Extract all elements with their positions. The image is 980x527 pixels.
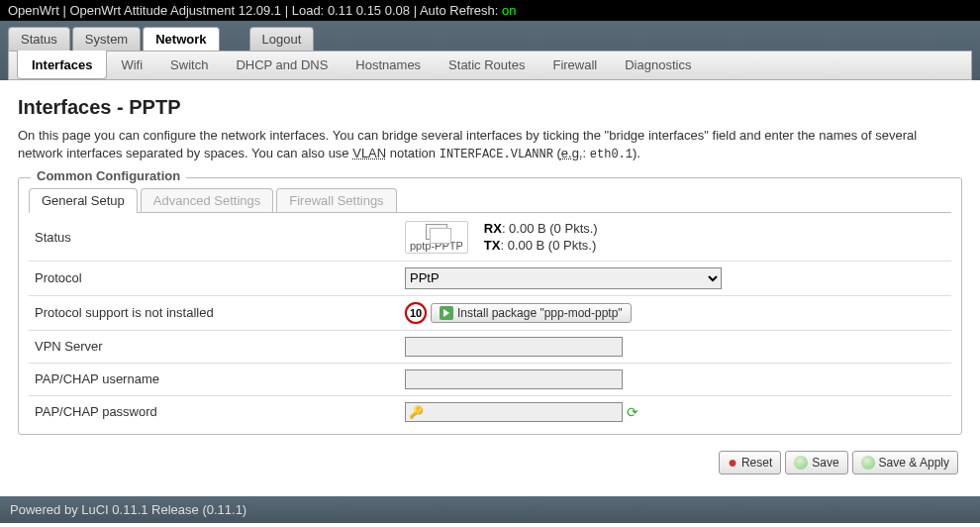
username-input[interactable] [405,369,623,389]
fieldset-legend: Common Configuration [31,168,186,183]
save-icon [794,456,808,470]
protocol-select[interactable]: PPtP [405,267,722,289]
common-configuration: Common Configuration General Setup Advan… [18,177,962,435]
tab-logout[interactable]: Logout [249,27,315,51]
subtab-interfaces[interactable]: Interfaces [17,51,107,79]
reveal-password-icon[interactable]: ⟳ [627,404,638,420]
firmware-version: OpenWrt Attitude Adjustment 12.09.1 [69,3,281,18]
username-label: PAP/CHAP username [29,371,405,386]
protocol-missing-label: Protocol support is not installed [29,305,405,320]
protocol-label: Protocol [29,270,405,285]
sub-nav: Interfaces Wifi Switch DHCP and DNS Host… [8,51,972,80]
row-status: Status pptp-PPTP RX: 0.00 B (0 Pkts.) TX… [29,215,951,262]
action-buttons: ● Reset Save Save & Apply [18,445,962,486]
hostname: OpenWrt [8,3,59,18]
save-apply-icon [861,456,875,470]
save-apply-button[interactable]: Save & Apply [852,451,958,474]
row-protocol: Protocol PPtP [29,262,951,296]
config-tabs: General Setup Advanced Settings Firewall… [29,188,951,213]
page-title: Interfaces - PPTP [18,96,962,119]
interface-box: pptp-PPTP [405,221,468,254]
autorefresh-state[interactable]: on [502,3,516,18]
row-username: PAP/CHAP username [29,364,951,396]
row-protocol-missing: Protocol support is not installed 10 Ins… [29,296,951,331]
config-tab-general[interactable]: General Setup [29,188,138,212]
status-label: Status [29,230,405,245]
play-icon [440,306,453,320]
reset-button[interactable]: ● Reset [719,451,781,474]
subtab-diagnostics[interactable]: Diagnostics [611,52,705,79]
subtab-static-routes[interactable]: Static Routes [435,52,539,79]
tab-status[interactable]: Status [8,27,70,51]
tab-system[interactable]: System [72,27,141,51]
subtab-switch[interactable]: Switch [156,52,222,79]
vpn-server-input[interactable] [405,337,623,357]
step-badge-10: 10 [405,302,427,324]
reset-icon: ● [728,454,737,472]
interface-icon [426,224,447,240]
save-button[interactable]: Save [785,451,847,474]
subtab-dhcp[interactable]: DHCP and DNS [222,52,342,79]
config-tab-advanced[interactable]: Advanced Settings [141,188,273,212]
row-password: PAP/CHAP password 🔑 ⟳ [29,396,951,428]
main-content: Interfaces - PPTP On this page you can c… [0,80,980,496]
password-input[interactable] [405,402,623,422]
row-vpn-server: VPN Server [29,331,951,364]
vpn-server-label: VPN Server [29,339,405,354]
autorefresh-label: Auto Refresh: [420,3,499,18]
tab-network[interactable]: Network [143,27,219,51]
load-label: Load: [292,3,325,18]
page-footer: Powered by LuCI 0.11.1 Release (0.11.1) [0,496,980,523]
load-values: 0.11 0.15 0.08 [328,3,410,18]
key-icon: 🔑 [409,405,425,419]
config-tab-firewall[interactable]: Firewall Settings [276,188,396,212]
subtab-hostnames[interactable]: Hostnames [342,52,435,79]
page-description: On this page you can configure the netwo… [18,127,962,163]
top-bar: OpenWrt | OpenWrt Attitude Adjustment 12… [0,0,980,21]
password-label: PAP/CHAP password [29,404,405,419]
subtab-wifi[interactable]: Wifi [107,52,156,79]
install-package-button[interactable]: Install package "ppp-mod-pptp" [431,303,632,323]
traffic-stats: RX: 0.00 B (0 Pkts.) TX: 0.00 B (0 Pkts.… [484,221,598,255]
main-nav: Status System Network Logout Interfaces … [0,21,980,80]
subtab-firewall[interactable]: Firewall [539,52,611,79]
